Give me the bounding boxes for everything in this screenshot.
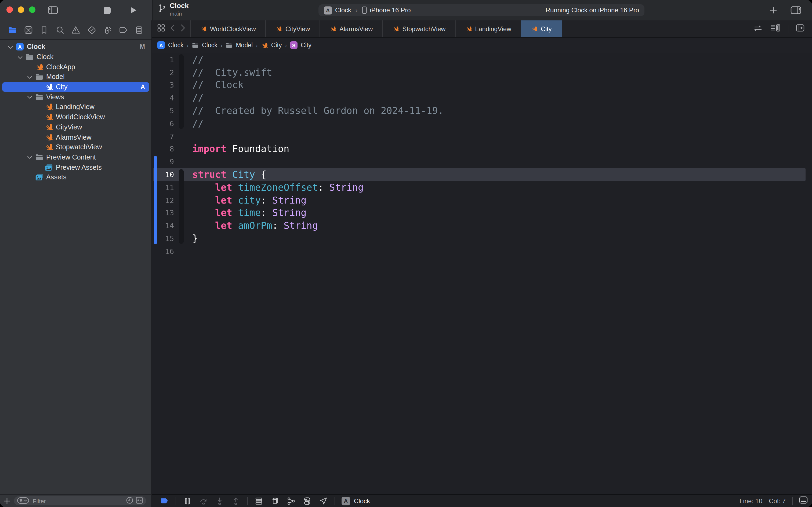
chevron-down-icon[interactable] [26,73,32,80]
code-line[interactable]: 3// Clock [152,79,812,92]
tree-item-model[interactable]: Model [2,72,149,82]
tree-item-preview-content[interactable]: Preview Content [2,152,149,162]
tree-item-cityview[interactable]: CityView [2,122,149,132]
stop-button[interactable] [101,0,113,20]
tree-item-assets[interactable]: Assets [2,172,149,182]
code-line[interactable]: 9 [152,156,812,168]
chevron-down-icon[interactable] [16,53,22,60]
jump-bar[interactable]: AClock›Clock›Model›City›SCity [152,38,812,53]
tab-landingview[interactable]: LandingView [455,20,521,37]
tab-cityview[interactable]: CityView [266,20,320,37]
debug-navigator-icon[interactable] [102,24,113,36]
tree-item-clockapp[interactable]: ClockApp [2,62,149,72]
object-graph-icon[interactable] [283,497,299,505]
chevron-down-icon[interactable] [26,154,32,161]
breadcrumb-segment[interactable]: City [261,42,282,49]
add-tab-button[interactable] [767,0,780,20]
tree-item-views[interactable]: Views [2,92,149,102]
go-back-button[interactable] [170,24,175,34]
toggle-navigator-button[interactable] [46,0,59,20]
tree-item-label: City [56,83,67,91]
code-line[interactable]: 12 let city: String [152,194,812,207]
scheme-selector[interactable]: A Clock › iPhone 16 Pro Running Clock on… [318,4,644,16]
tree-item-preview-assets[interactable]: Preview Assets [2,163,149,172]
add-file-button[interactable] [0,498,14,504]
code-line[interactable]: 8import Foundation [152,143,812,156]
tree-item-city[interactable]: CityA [2,82,149,92]
simulate-location-icon[interactable] [315,497,331,505]
related-items-icon[interactable] [157,24,165,34]
filter-field[interactable] [14,496,146,505]
tree-item-label: Preview Assets [56,164,102,171]
code-line[interactable]: 6// [152,117,812,130]
find-navigator-icon[interactable] [54,24,66,36]
view-hierarchy-icon[interactable] [251,497,267,505]
step-into-icon[interactable] [212,497,228,505]
breadcrumb-segment[interactable]: Clock [192,42,218,49]
code-line[interactable]: 1// [152,53,812,66]
swift-icon [35,63,44,71]
toggle-debug-area-button[interactable] [799,496,808,505]
code-line[interactable]: 15} [152,232,812,245]
scheme-name[interactable]: Clock [335,6,351,14]
code-line[interactable]: 5// Created by Russell Gordon on 2024-11… [152,104,812,117]
editor-options-icon[interactable] [770,24,780,34]
reports-navigator-icon[interactable] [133,24,145,36]
tab-worldclockview[interactable]: WorldClockView [190,20,266,37]
code-line[interactable]: 4// [152,92,812,105]
code-line[interactable]: 13 let time: String [152,207,812,219]
filter-options-icon[interactable] [17,496,29,506]
run-button[interactable] [127,0,139,20]
tests-navigator-icon[interactable] [85,24,98,36]
filter-input[interactable] [32,497,123,505]
chevron-down-icon[interactable] [6,44,13,51]
code-review-icon[interactable] [753,24,763,34]
zoom-button[interactable] [29,6,36,13]
running-process[interactable]: A Clock [342,497,370,505]
recent-files-icon[interactable] [126,496,133,506]
line-number: 4 [152,94,174,102]
struct-symbol-icon: S [290,41,297,49]
breadcrumb-segment[interactable]: SCity [290,41,311,49]
breakpoints-navigator-icon[interactable] [117,24,129,36]
environment-overrides-icon[interactable] [299,497,315,505]
source-control-navigator-icon[interactable] [22,24,34,36]
step-over-icon[interactable] [195,497,212,505]
tab-stopwatchview[interactable]: StopwatchView [383,20,456,37]
source-editor[interactable]: 1//2// City.swift3// Clock4//5// Created… [152,53,812,494]
code-line[interactable]: 11 let timeZoneOffset: String [152,181,812,194]
swift-icon [200,25,207,32]
tab-alarmsview[interactable]: AlarmsView [320,20,383,37]
tree-item-alarmsview[interactable]: AlarmsView [2,132,149,142]
run-destination[interactable]: iPhone 16 Pro [370,6,411,14]
source-control-filter-icon[interactable] [136,496,143,506]
tree-item-clock[interactable]: Clock [2,52,149,62]
code-line[interactable]: 2// City.swift [152,66,812,79]
add-editor-button[interactable] [796,24,805,34]
code-line[interactable]: 7 [152,130,812,143]
tree-item-worldclockview[interactable]: WorldClockView [2,112,149,122]
minimize-button[interactable] [18,6,24,13]
issues-navigator-icon[interactable] [70,24,81,36]
close-button[interactable] [6,6,13,13]
tab-city[interactable]: City [521,20,562,37]
pause-icon[interactable] [179,497,195,505]
breakpoints-toggle-icon[interactable] [156,497,172,505]
code-line[interactable]: 16 [152,245,812,258]
code-line[interactable]: 14 let amOrPm: String [152,219,812,232]
breadcrumb-label: Clock [168,42,184,48]
tree-item-clock[interactable]: AClockM [2,42,149,52]
tree-item-stopwatchview[interactable]: StopwatchView [2,142,149,152]
tree-item-label: WorldClockView [56,113,105,121]
project-navigator-icon[interactable] [6,24,18,36]
breadcrumb-segment[interactable]: AClock [157,41,184,49]
code-line[interactable]: 10struct City { [152,168,812,181]
go-forward-button[interactable] [180,24,185,34]
memory-graph-icon[interactable] [267,497,283,505]
toggle-inspector-button[interactable] [789,0,803,20]
chevron-down-icon[interactable] [26,94,32,101]
breadcrumb-segment[interactable]: Model [226,42,253,49]
tree-item-landingview[interactable]: LandingView [2,102,149,112]
bookmarks-navigator-icon[interactable] [38,24,50,36]
step-out-icon[interactable] [228,497,244,505]
